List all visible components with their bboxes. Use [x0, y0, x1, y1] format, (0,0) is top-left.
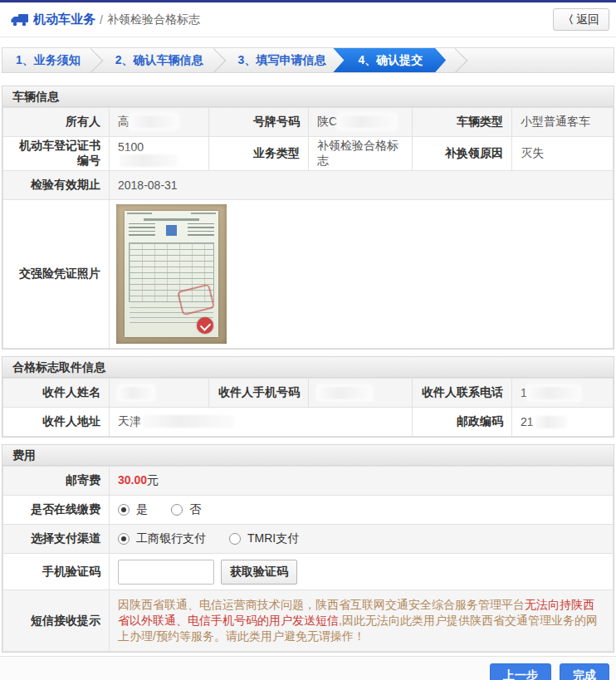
recipient-phone-label: 收件人联系电话 — [413, 379, 512, 408]
step-3-fill-application[interactable]: 3、填写申请信息 — [225, 48, 348, 72]
page: 机动车业务 / 补领检验合格标志 〈 返回 1、业务须知 2、确认车辆信息 3、… — [0, 0, 616, 680]
recipient-name-label: 收件人姓名 — [3, 379, 110, 408]
sms-notice-text: 因陕西省联通、电信运营商技术问题，陕西省互联网交通安全综合服务管理平台无法向持陕… — [110, 590, 614, 652]
redaction-blur — [143, 415, 234, 428]
vehicle-info-table: 所有人 高 号牌号码 陕C 车辆类型 小型普通客车 机动车登记证书编号 5100… — [2, 107, 614, 349]
table-row: 选择支付渠道 工商银行支付 TMRI支付 — [3, 525, 614, 554]
breadcrumb-root[interactable]: 机动车业务 — [33, 12, 95, 27]
cert-number-label: 机动车登记证书编号 — [3, 137, 110, 171]
recipient-phone-value: 1 — [512, 379, 614, 408]
sms-notice-label: 短信接收提示 — [3, 590, 110, 652]
table-row: 邮寄费 30.00元 — [3, 467, 614, 496]
vehicle-info-section: 车辆信息 所有人 高 号牌号码 陕C 车辆类型 小型普通客车 机动车登记证书编号… — [2, 86, 614, 350]
header-bar: 机动车业务 / 补领检验合格标志 〈 返回 — [0, 2, 616, 37]
chevron-left-icon: 〈 — [563, 12, 574, 27]
radio-label: TMRI支付 — [247, 531, 299, 546]
pay-channel-options: 工商银行支付 TMRI支付 — [110, 525, 614, 554]
radio-selected-icon — [118, 504, 130, 516]
redaction-blur — [131, 115, 177, 128]
finish-button[interactable]: 完成 — [560, 663, 609, 680]
recipient-mobile-value — [309, 379, 413, 408]
table-row: 是否在线缴费 是 否 — [3, 496, 614, 525]
step-1-business-notice[interactable]: 1、业务须知 — [2, 48, 102, 72]
fee-table: 邮寄费 30.00元 是否在线缴费 是 否 — [2, 466, 614, 652]
owner-label: 所有人 — [3, 108, 110, 137]
breadcrumb-separator: / — [100, 13, 103, 27]
insurer-logo-mark — [166, 225, 177, 236]
business-type-label: 业务类型 — [209, 137, 309, 171]
radio-selected-icon — [118, 533, 130, 545]
insurance-photo-label: 交强险凭证照片 — [3, 200, 110, 349]
redaction-blur — [120, 154, 178, 167]
step-2-confirm-vehicle-info[interactable]: 2、确认车辆信息 — [102, 48, 225, 72]
table-row: 检验有效期止 2018-08-31 — [3, 171, 614, 200]
step-label: 3、填写申请信息 — [238, 53, 326, 68]
pickup-info-section: 合格标志取件信息 收件人姓名 收件人手机号码 收件人联系电话 1 收件人地址 天… — [2, 356, 614, 438]
recipient-mobile-label: 收件人手机号码 — [209, 379, 309, 408]
radio-unselected-icon — [229, 533, 241, 545]
vehicle-type-value: 小型普通客车 — [512, 108, 614, 137]
owner-value: 高 — [110, 108, 209, 137]
radio-label: 是 — [136, 502, 148, 517]
plate-value: 陕C — [309, 108, 413, 137]
cert-number-value: 5100 — [110, 137, 209, 171]
redaction-blur — [339, 115, 395, 128]
redaction-blur — [319, 387, 370, 399]
photo-detail — [191, 213, 216, 214]
redaction-blur — [535, 416, 567, 428]
step-label: 4、确认提交 — [358, 53, 423, 68]
photo-detail — [144, 218, 200, 221]
breadcrumb-current: 补领检验合格标志 — [107, 12, 200, 27]
previous-step-button[interactable]: 上一步 — [490, 663, 551, 680]
pay-channel-label: 选择支付渠道 — [3, 525, 110, 554]
photo-detail — [127, 213, 152, 214]
postage-value: 30.00元 — [110, 467, 614, 496]
fee-section: 费用 邮寄费 30.00元 是否在线缴费 是 — [2, 444, 614, 653]
back-button[interactable]: 〈 返回 — [553, 8, 609, 31]
back-button-label: 返回 — [576, 12, 599, 27]
business-type-value: 补领检验合格标志 — [309, 137, 413, 171]
table-row: 收件人姓名 收件人手机号码 收件人联系电话 1 — [3, 379, 614, 408]
photo-detail — [129, 223, 155, 237]
radio-tmri-pay[interactable]: TMRI支付 — [229, 531, 299, 546]
recipient-address-label: 收件人地址 — [3, 408, 110, 437]
insurance-photo-cell — [110, 200, 614, 349]
radio-unselected-icon — [171, 504, 183, 516]
recipient-address-value: 天津 — [110, 408, 413, 437]
radio-online-pay-yes[interactable]: 是 — [118, 502, 148, 517]
radio-label: 否 — [189, 502, 201, 517]
reason-label: 补换领原因 — [413, 137, 512, 171]
table-row: 交强险凭证照片 — [3, 200, 614, 349]
valid-until-value: 2018-08-31 — [110, 171, 614, 200]
table-row: 收件人地址 天津 邮政编码 21 — [3, 408, 614, 437]
footer-action-bar: 上一步 完成 — [0, 656, 616, 680]
redaction-blur — [120, 387, 153, 399]
red-seal-icon — [197, 317, 213, 334]
pickup-info-table: 收件人姓名 收件人手机号码 收件人联系电话 1 收件人地址 天津 邮政编码 21 — [2, 378, 614, 437]
radio-online-pay-no[interactable]: 否 — [171, 502, 201, 517]
table-row: 机动车登记证书编号 5100 业务类型 补领检验合格标志 补换领原因 灭失 — [3, 137, 614, 171]
postal-code-label: 邮政编码 — [413, 408, 512, 437]
step-nav: 1、业务须知 2、确认车辆信息 3、填写申请信息 4、确认提交 — [2, 47, 614, 73]
pickup-info-title: 合格标志取件信息 — [2, 357, 614, 378]
reason-value: 灭失 — [512, 137, 614, 171]
table-row: 短信接收提示 因陕西省联通、电信运营商技术问题，陕西省互联网交通安全综合服务管理… — [3, 590, 614, 652]
fee-title: 费用 — [2, 445, 614, 466]
sms-code-input[interactable] — [118, 560, 214, 585]
step-label: 2、确认车辆信息 — [115, 53, 203, 68]
sms-code-label: 手机验证码 — [3, 554, 110, 590]
postage-label: 邮寄费 — [3, 467, 110, 496]
vehicle-type-label: 车辆类型 — [413, 108, 512, 137]
online-pay-options: 是 否 — [110, 496, 614, 525]
insurance-document-paper — [125, 211, 218, 337]
postage-amount: 30.00 — [118, 473, 147, 487]
redaction-blur — [529, 387, 579, 399]
get-code-button[interactable]: 获取验证码 — [221, 560, 297, 585]
radio-label: 工商银行支付 — [136, 531, 206, 546]
active-step-arrow: 4、确认提交 — [333, 48, 446, 72]
recipient-name-value — [110, 379, 209, 408]
radio-icbc-pay[interactable]: 工商银行支付 — [118, 531, 206, 546]
photo-detail — [188, 223, 214, 237]
valid-until-label: 检验有效期止 — [3, 171, 110, 200]
step-4-confirm-submit[interactable]: 4、确认提交 — [347, 48, 446, 72]
